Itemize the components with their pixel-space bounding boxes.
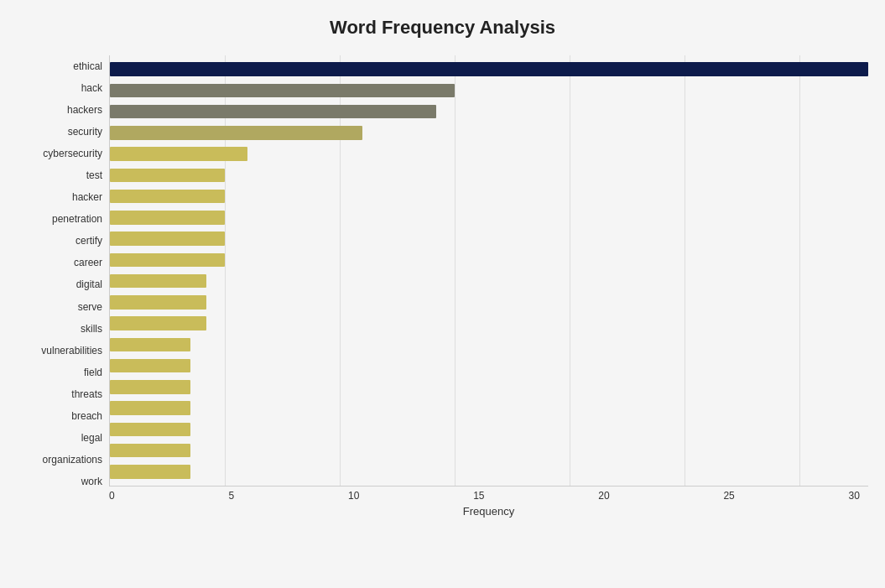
y-label: test bbox=[86, 170, 102, 180]
bar-row bbox=[110, 461, 868, 482]
y-label: cybersecurity bbox=[43, 148, 102, 159]
y-label: breach bbox=[71, 411, 102, 421]
x-axis-label: Frequency bbox=[109, 505, 868, 518]
x-tick: 25 bbox=[723, 490, 734, 502]
y-label: field bbox=[84, 367, 102, 377]
x-tick: 5 bbox=[228, 490, 234, 502]
bar bbox=[110, 274, 206, 288]
bar bbox=[110, 62, 868, 75]
bar bbox=[110, 126, 362, 139]
bar-row bbox=[110, 59, 868, 80]
y-label: hackers bbox=[67, 105, 102, 115]
bar-row bbox=[110, 80, 868, 101]
y-label: serve bbox=[78, 302, 102, 312]
bar-row bbox=[110, 101, 868, 122]
y-label: organizations bbox=[43, 455, 102, 465]
bar bbox=[110, 380, 190, 393]
bar bbox=[110, 253, 225, 267]
chart-title: Word Frequency Analysis bbox=[17, 17, 868, 39]
bar-row bbox=[110, 398, 868, 419]
y-label: ethical bbox=[73, 61, 102, 71]
bars-and-x: 051015202530 Frequency bbox=[109, 55, 868, 518]
y-label: career bbox=[74, 258, 102, 268]
y-label: vulnerabilities bbox=[41, 346, 102, 356]
y-label: skills bbox=[81, 324, 102, 334]
bar-row bbox=[110, 440, 868, 461]
bar-row bbox=[110, 419, 868, 440]
y-labels: ethicalhackhackerssecuritycybersecurityt… bbox=[17, 55, 109, 518]
bars-area bbox=[109, 55, 868, 487]
bar bbox=[110, 423, 190, 436]
y-label: work bbox=[81, 476, 102, 487]
bar bbox=[110, 338, 190, 351]
y-label: security bbox=[68, 127, 102, 137]
bar-row bbox=[110, 249, 868, 270]
bar-row bbox=[110, 292, 868, 313]
y-label: threats bbox=[71, 389, 102, 399]
bar bbox=[110, 444, 190, 457]
bar bbox=[110, 316, 206, 330]
y-label: hacker bbox=[72, 192, 102, 202]
x-axis: 051015202530 bbox=[109, 487, 868, 502]
chart-container: Word Frequency Analysis ethicalhackhacke… bbox=[0, 0, 885, 588]
y-label: digital bbox=[76, 279, 102, 289]
x-tick: 0 bbox=[109, 490, 115, 502]
bar-row bbox=[110, 207, 868, 228]
bar-row bbox=[110, 356, 868, 377]
bar-row bbox=[110, 164, 868, 185]
bar bbox=[110, 169, 225, 182]
bar bbox=[110, 147, 247, 160]
bar-row bbox=[110, 271, 868, 292]
bars-inner bbox=[110, 55, 868, 486]
x-tick: 30 bbox=[849, 490, 860, 502]
x-tick: 20 bbox=[598, 490, 609, 502]
bar bbox=[110, 105, 436, 118]
bar-row bbox=[110, 377, 868, 398]
bar-row bbox=[110, 186, 868, 207]
y-label: penetration bbox=[52, 214, 102, 224]
x-tick: 10 bbox=[348, 490, 359, 502]
bar bbox=[110, 84, 455, 97]
y-label: legal bbox=[81, 433, 102, 443]
y-label: certify bbox=[75, 236, 102, 246]
chart-area: ethicalhackhackerssecuritycybersecurityt… bbox=[17, 55, 868, 518]
bar-row bbox=[110, 122, 868, 143]
bar-row bbox=[110, 143, 868, 164]
x-tick: 15 bbox=[473, 490, 484, 502]
bar bbox=[110, 232, 225, 245]
y-label: hack bbox=[81, 83, 102, 93]
bar bbox=[110, 401, 190, 414]
bar bbox=[110, 465, 190, 478]
bar-row bbox=[110, 313, 868, 334]
bar-row bbox=[110, 228, 868, 249]
bar bbox=[110, 295, 206, 309]
bar bbox=[110, 211, 225, 224]
bar-row bbox=[110, 334, 868, 355]
bar bbox=[110, 359, 190, 372]
bar bbox=[110, 190, 225, 203]
